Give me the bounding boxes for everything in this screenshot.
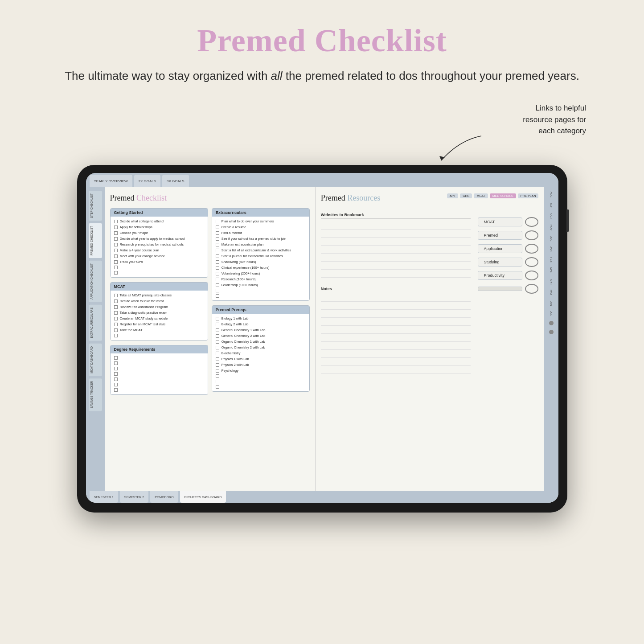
checkbox[interactable] — [216, 249, 219, 252]
month-dec[interactable]: DEC — [549, 234, 554, 243]
checkbox[interactable] — [216, 266, 219, 270]
resource-link-premed[interactable] — [525, 230, 538, 240]
tab-pre-plan[interactable]: PRE PLAN — [518, 193, 539, 198]
month-jun[interactable]: JUN — [549, 299, 554, 308]
checkbox[interactable] — [114, 383, 118, 386]
website-line — [321, 262, 471, 270]
checkbox[interactable] — [216, 323, 219, 326]
tab-semester1[interactable]: SEMESTER 1 — [90, 491, 118, 503]
list-item: Psychology — [216, 368, 306, 373]
tab-projects-dashboard[interactable]: PROJECTS DASHBOARD — [180, 491, 226, 503]
checkbox[interactable] — [114, 237, 118, 241]
checkbox[interactable] — [216, 317, 219, 320]
checkbox[interactable] — [216, 283, 219, 287]
list-item — [216, 293, 306, 299]
checkbox[interactable] — [114, 377, 118, 381]
sidebar-item-extracurriculars[interactable]: EXTRACURRICULARS — [89, 305, 102, 341]
month-may[interactable]: MAY — [549, 288, 554, 297]
checkbox[interactable] — [216, 363, 219, 367]
checkbox[interactable] — [114, 361, 118, 365]
list-item — [216, 379, 306, 384]
checklist-columns: Getting Started Decide what college to a… — [110, 208, 310, 399]
checkbox[interactable] — [216, 226, 219, 229]
resource-link-productivity[interactable] — [525, 271, 538, 280]
checkbox[interactable] — [216, 374, 219, 378]
month-sep[interactable]: SEP — [549, 201, 554, 210]
checkbox[interactable] — [114, 334, 118, 337]
sidebar-item-step-checklist[interactable]: STEP CHECKLIST — [89, 191, 102, 221]
tab-pomodoro[interactable]: POMODORO — [150, 491, 178, 503]
checkbox[interactable] — [216, 346, 219, 349]
tab-yearly-overview[interactable]: YEARLY OVERVIEW — [90, 175, 132, 187]
tab-3x-goals[interactable]: 3X GOALS — [162, 175, 189, 187]
checkbox[interactable] — [216, 380, 219, 383]
checkbox[interactable] — [114, 254, 118, 258]
tab-med-school[interactable]: MED SCHOOL — [490, 193, 516, 198]
month-mar[interactable]: MAR — [549, 266, 554, 275]
checkbox[interactable] — [114, 249, 118, 252]
section-body-extracurriculars: Plan what to do over your summers Create… — [212, 217, 309, 300]
checkbox[interactable] — [216, 294, 219, 298]
checkbox[interactable] — [216, 334, 219, 338]
month-jan[interactable]: JAN — [549, 245, 554, 253]
checkbox[interactable] — [114, 328, 118, 332]
checkbox[interactable] — [114, 266, 118, 269]
checkbox[interactable] — [216, 357, 219, 361]
checkbox[interactable] — [216, 352, 219, 355]
resource-link-empty[interactable] — [525, 284, 538, 294]
section-body-getting-started: Decide what college to attend Apply for … — [111, 217, 208, 277]
checkbox[interactable] — [114, 367, 118, 370]
checkbox[interactable] — [114, 294, 118, 297]
checkbox[interactable] — [114, 243, 118, 246]
sidebar-item-mcat-dashboard[interactable]: MCAT DASHBOARD — [89, 344, 102, 376]
tab-semester2[interactable]: SEMESTER 2 — [120, 491, 148, 503]
month-oct[interactable]: OCT — [549, 212, 554, 221]
month-apr[interactable]: APR — [549, 277, 554, 286]
checkbox[interactable] — [216, 243, 219, 246]
checkbox[interactable] — [114, 317, 118, 320]
month-feb[interactable]: FEB — [549, 255, 554, 264]
checkbox[interactable] — [216, 289, 219, 292]
sidebar-item-savings-tracker[interactable]: SAVINGS TRACKER — [89, 378, 102, 411]
sidebar-item-application-checklist[interactable]: APPLICATION CHECKLIST — [89, 261, 102, 302]
checkbox[interactable] — [114, 372, 118, 376]
checkbox[interactable] — [114, 226, 118, 229]
note-line — [321, 366, 471, 374]
checkbox[interactable] — [114, 299, 118, 303]
checkbox[interactable] — [216, 278, 219, 281]
checkbox[interactable] — [114, 231, 118, 235]
checkbox[interactable] — [216, 369, 219, 373]
checkbox[interactable] — [216, 254, 219, 258]
checkbox[interactable] — [216, 231, 219, 235]
list-item: Clinical experience (100+ hours) — [216, 265, 306, 271]
checkbox[interactable] — [114, 311, 118, 315]
checkbox[interactable] — [114, 356, 118, 360]
tab-gre[interactable]: GRE — [460, 193, 472, 198]
resource-link-studying[interactable] — [525, 257, 538, 267]
checkbox[interactable] — [216, 385, 219, 389]
checkbox[interactable] — [114, 220, 118, 223]
checkbox[interactable] — [216, 328, 219, 332]
month-jul[interactable]: JUL — [549, 309, 554, 318]
sidebar-item-premed-checklist[interactable]: PREMED CHECKLIST — [89, 223, 102, 258]
month-aug[interactable]: AUG — [549, 190, 554, 199]
list-item: Take a diagnostic practice exam — [114, 310, 204, 316]
checkbox[interactable] — [114, 323, 118, 326]
resource-link-application[interactable] — [525, 244, 538, 254]
checkbox[interactable] — [216, 260, 219, 264]
tab-apt[interactable]: APT — [447, 193, 459, 198]
section-header-getting-started: Getting Started — [111, 209, 208, 217]
resource-link-mcat[interactable] — [525, 217, 538, 227]
tab-mcat[interactable]: MCAT — [474, 193, 488, 198]
checkbox[interactable] — [216, 220, 219, 223]
section-premed-prereqs: Premed Prereqs Biology 1 with Lab Biolog… — [212, 305, 310, 392]
checkbox[interactable] — [216, 272, 219, 275]
checkbox[interactable] — [114, 388, 118, 392]
tab-2x-goals[interactable]: 2X GOALS — [134, 175, 161, 187]
checkbox[interactable] — [114, 305, 118, 309]
checkbox[interactable] — [216, 340, 219, 344]
checkbox[interactable] — [114, 271, 118, 275]
checkbox[interactable] — [114, 260, 118, 264]
month-nov[interactable]: NOV — [549, 223, 554, 232]
checkbox[interactable] — [216, 237, 219, 241]
